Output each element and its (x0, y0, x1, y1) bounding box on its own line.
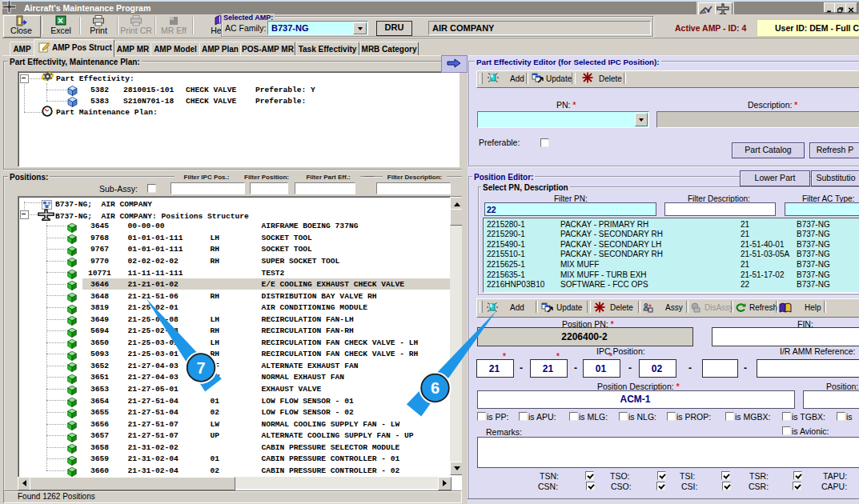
svg-text:6: 6 (431, 379, 440, 397)
svg-text:7: 7 (196, 359, 205, 377)
